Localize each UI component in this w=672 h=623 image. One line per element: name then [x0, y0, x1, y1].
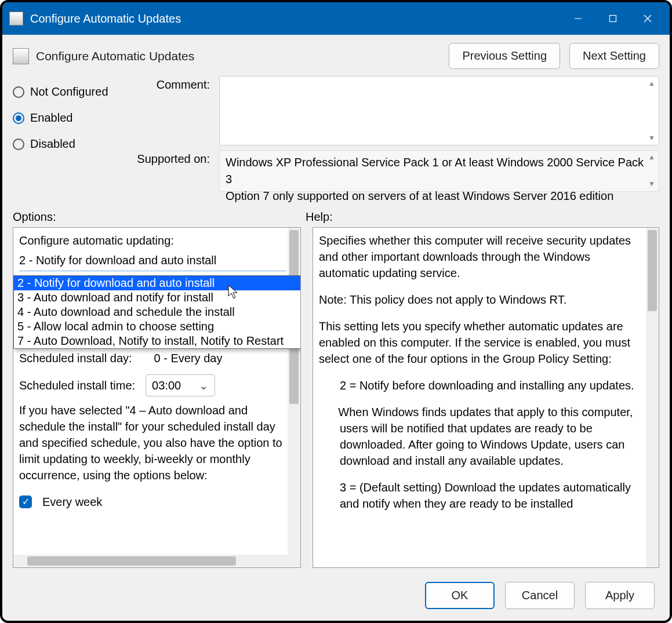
supported-text-1: Windows XP Professional Service Pack 1 o… [226, 156, 644, 185]
radio-label: Disabled [30, 137, 75, 151]
supported-label: Supported on: [135, 150, 210, 192]
help-heading: Help: [306, 210, 333, 224]
comment-textarea[interactable]: ▲ ▼ [219, 76, 659, 145]
dropdown-option[interactable]: 4 - Auto download and schedule the insta… [14, 305, 301, 319]
apply-button[interactable]: Apply [585, 582, 655, 609]
scroll-up-icon[interactable]: ▲ [647, 79, 656, 88]
titlebar: Configure Automatic Updates [2, 2, 670, 35]
every-week-label: Every week [42, 494, 102, 510]
header: Configure Automatic Updates Previous Set… [2, 35, 670, 71]
options-scrollbar-horizontal[interactable] [13, 555, 288, 567]
scheduled-time-value: 03:00 [152, 379, 181, 392]
chevron-down-icon: ⌄ [199, 377, 209, 394]
options-pane: Configure automatic updating: 2 - Notify… [13, 227, 301, 568]
help-text: Specifies whether this computer will rec… [319, 232, 641, 281]
scheduled-time-select[interactable]: 03:00 ⌄ [146, 374, 215, 396]
gpo-editor-window: Configure Automatic Updates Configure Au… [0, 0, 672, 623]
app-icon [9, 12, 23, 25]
help-pane: Specifies whether this computer will rec… [313, 227, 659, 568]
options-heading: Options: [13, 210, 306, 224]
configure-updating-dropdown[interactable]: 2 - Notify for download and auto install… [13, 275, 301, 349]
scroll-down-icon[interactable]: ▼ [647, 180, 656, 189]
svg-rect-1 [610, 16, 616, 22]
every-week-checkbox[interactable]: ✓ [19, 496, 32, 508]
dropdown-option[interactable]: 5 - Allow local admin to choose setting [14, 319, 301, 334]
supported-text-2: Option 7 only supported on servers of at… [226, 190, 613, 202]
policy-icon [13, 48, 29, 64]
scroll-down-icon[interactable]: ▼ [647, 133, 656, 143]
help-text: 2 = Notify before downloading and instal… [319, 377, 641, 394]
cancel-button[interactable]: Cancel [505, 582, 575, 609]
supported-on-box: Windows XP Professional Service Pack 1 o… [219, 150, 659, 192]
radio-label: Enabled [30, 111, 72, 125]
scheduled-time-label: Scheduled install time: [19, 377, 135, 394]
minimize-button[interactable] [561, 2, 595, 35]
radio-disabled[interactable]: Disabled [13, 137, 123, 151]
scroll-up-icon[interactable]: ▲ [647, 153, 656, 162]
next-setting-button[interactable]: Next Setting [569, 43, 659, 69]
ok-button[interactable]: OK [425, 582, 495, 609]
dropdown-option[interactable]: 2 - Notify for download and auto install [14, 276, 301, 290]
help-text: 3 = (Default setting) Download the updat… [319, 479, 641, 512]
window-title: Configure Automatic Updates [30, 12, 561, 25]
help-scrollbar-vertical[interactable] [646, 228, 659, 567]
help-text: This setting lets you specify whether au… [319, 318, 641, 367]
close-button[interactable] [630, 2, 665, 35]
policy-title: Configure Automatic Updates [36, 49, 449, 63]
maximize-button[interactable] [595, 2, 630, 35]
radio-label: Not Configured [30, 85, 108, 99]
dropdown-option[interactable]: 7 - Auto Download, Notify to install, No… [14, 334, 301, 348]
help-text: Note: This policy does not apply to Wind… [319, 292, 641, 308]
help-text: When Windows finds updates that apply to… [338, 406, 633, 467]
scheduled-day-label: Scheduled install day: [19, 350, 132, 366]
configure-updating-label: Configure automatic updating: [19, 232, 285, 249]
comment-label: Comment: [135, 76, 210, 145]
scheduled-day-value[interactable]: 0 - Every day [154, 350, 223, 366]
dialog-footer: OK Cancel Apply [2, 576, 670, 621]
dropdown-option[interactable]: 3 - Auto download and notify for install [14, 290, 301, 305]
radio-not-configured[interactable]: Not Configured [13, 85, 123, 99]
schedule-note: If you have selected "4 – Auto download … [19, 402, 285, 483]
previous-setting-button[interactable]: Previous Setting [449, 43, 560, 69]
radio-enabled[interactable]: Enabled [13, 111, 123, 125]
configure-updating-select[interactable]: 2 - Notify for download and auto install [19, 250, 286, 271]
